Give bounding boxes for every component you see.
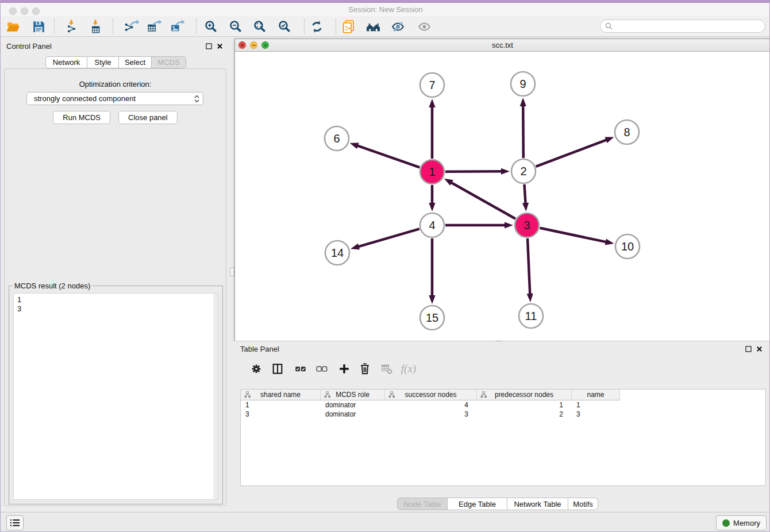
table-row[interactable]: 1dominator411 xyxy=(241,400,765,410)
delete-entries-icon[interactable] xyxy=(356,360,374,378)
tab-mcds[interactable]: MCDS xyxy=(152,56,186,68)
add-entry-icon[interactable] xyxy=(335,360,353,378)
network-view-window: scc.txt 7968124314101511 xyxy=(234,38,770,341)
toolbar-separator xyxy=(113,19,113,34)
svg-text:15: 15 xyxy=(426,311,438,324)
cell-shared-name[interactable]: 1 xyxy=(241,401,321,409)
graph-node-15[interactable]: 15 xyxy=(420,306,444,330)
graph-node-8[interactable]: 8 xyxy=(615,120,639,144)
import-table-icon[interactable] xyxy=(84,18,103,35)
run-mcds-button[interactable]: Run MCDS xyxy=(53,111,110,124)
panel-splitter-grip[interactable] xyxy=(230,267,234,276)
graph-edge-1-2[interactable] xyxy=(445,168,510,175)
tab-network-table[interactable]: Network Table xyxy=(507,498,568,510)
close-panel-button[interactable]: Close panel xyxy=(118,111,178,124)
graph-edge-1-6[interactable] xyxy=(350,143,420,168)
tab-select[interactable]: Select xyxy=(119,56,152,68)
graph-node-7[interactable]: 7 xyxy=(420,73,444,97)
network-window-titlebar[interactable]: scc.txt xyxy=(235,39,770,52)
tab-motifs[interactable]: Motifs xyxy=(568,498,598,510)
import-network-icon[interactable] xyxy=(60,18,79,35)
criterion-value: strongly connected component xyxy=(34,94,194,103)
graph-node-4[interactable]: 4 xyxy=(420,213,444,237)
cell-predecessor-nodes[interactable]: 2 xyxy=(477,410,572,418)
graph-node-9[interactable]: 9 xyxy=(511,72,535,96)
float-panel-icon[interactable] xyxy=(206,43,212,49)
column-header-successor-nodes[interactable]: successor nodes xyxy=(385,390,477,400)
graph-edge-3-10[interactable] xyxy=(540,228,614,245)
float-table-panel-icon[interactable] xyxy=(745,346,752,352)
graph-node-11[interactable]: 11 xyxy=(519,304,543,328)
cell-predecessor-nodes[interactable]: 1 xyxy=(477,401,572,409)
settings-gear-icon[interactable] xyxy=(247,360,265,378)
network-canvas[interactable]: 7968124314101511 xyxy=(235,52,770,341)
graph-node-2[interactable]: 2 xyxy=(511,159,536,183)
zoom-out-icon[interactable] xyxy=(226,18,245,35)
task-history-button[interactable] xyxy=(6,515,24,530)
tab-edge-table[interactable]: Edge Table xyxy=(448,498,507,510)
column-header-name[interactable]: name xyxy=(572,390,620,400)
graph-node-14[interactable]: 14 xyxy=(325,241,349,265)
zoom-fit-icon[interactable] xyxy=(250,18,270,35)
select-all-icon[interactable] xyxy=(291,360,310,378)
memory-button[interactable]: Memory xyxy=(716,515,767,530)
hide-selected-icon[interactable] xyxy=(388,18,407,35)
cell-MCDS-role[interactable]: dominator xyxy=(321,410,385,418)
tab-style[interactable]: Style xyxy=(87,56,119,68)
save-session-icon[interactable] xyxy=(29,18,48,35)
graph-edge-4-3[interactable] xyxy=(445,222,513,228)
graph-edge-2-8[interactable] xyxy=(536,137,614,166)
mcds-result-line: 1 xyxy=(17,295,214,304)
graph-edge-1-7[interactable] xyxy=(429,99,435,159)
export-table-icon[interactable] xyxy=(144,18,164,35)
graph-node-3[interactable]: 3 xyxy=(515,213,539,237)
deselect-all-icon[interactable] xyxy=(313,360,331,378)
cell-shared-name[interactable]: 3 xyxy=(241,410,321,418)
graph-edge-3-11[interactable] xyxy=(527,238,533,302)
export-network-icon[interactable] xyxy=(122,18,141,35)
titlebar: Session: New Session xyxy=(1,3,770,16)
cell-successor-nodes[interactable]: 3 xyxy=(385,410,477,418)
graph-node-10[interactable]: 10 xyxy=(615,234,640,259)
graph-edge-2-3[interactable] xyxy=(522,184,529,211)
tab-network[interactable]: Network xyxy=(45,56,87,68)
zoom-in-icon[interactable] xyxy=(201,18,221,35)
search-box[interactable] xyxy=(600,20,765,33)
column-header-MCDS-role[interactable]: MCDS role xyxy=(321,390,385,400)
mcds-result-title: MCDS result (2 nodes) xyxy=(13,282,92,290)
zoom-selected-icon[interactable] xyxy=(275,18,294,35)
export-image-icon[interactable] xyxy=(167,18,187,35)
refresh-layout-icon[interactable] xyxy=(307,18,326,35)
column-header-shared-name[interactable]: shared name xyxy=(241,390,321,400)
graph-edge-4-14[interactable] xyxy=(351,229,419,249)
close-panel-icon[interactable] xyxy=(217,43,223,49)
svg-text:10: 10 xyxy=(621,240,634,253)
graph-edge-1-4[interactable] xyxy=(429,185,435,211)
table-row[interactable]: 3dominator323 xyxy=(241,410,765,419)
search-input[interactable] xyxy=(615,22,760,31)
table-panel-title: Table Panel xyxy=(240,345,279,353)
graph-node-1[interactable]: 1 xyxy=(420,160,444,184)
toolbar-separator xyxy=(336,19,336,34)
mcds-result-area[interactable]: 13 xyxy=(13,293,218,500)
home-icon[interactable] xyxy=(363,18,383,35)
close-table-panel-icon[interactable] xyxy=(756,346,763,352)
function-builder-icon: f(x) xyxy=(399,360,418,378)
cell-name[interactable]: 3 xyxy=(572,410,620,418)
cell-successor-nodes[interactable]: 4 xyxy=(385,401,477,409)
toggle-columns-icon[interactable] xyxy=(268,360,287,378)
cell-name[interactable]: 1 xyxy=(572,401,620,409)
optimization-criterion-select[interactable]: strongly connected component xyxy=(26,92,203,105)
optimization-criterion-label: Optimization criterion: xyxy=(5,80,226,88)
open-session-icon[interactable] xyxy=(3,18,22,35)
graph-edge-4-15[interactable] xyxy=(429,238,435,304)
graph-edge-2-9[interactable] xyxy=(520,98,526,158)
result-scrollbar[interactable] xyxy=(213,294,218,499)
column-header-predecessor-nodes[interactable]: predecessor nodes xyxy=(477,390,572,400)
graph-edge-3-1[interactable] xyxy=(444,179,515,219)
svg-text:1: 1 xyxy=(429,165,435,178)
tab-node-table[interactable]: Node Table xyxy=(397,498,448,510)
graph-node-6[interactable]: 6 xyxy=(325,126,349,151)
clone-network-icon[interactable] xyxy=(338,18,358,35)
cell-MCDS-role[interactable]: dominator xyxy=(321,401,385,409)
